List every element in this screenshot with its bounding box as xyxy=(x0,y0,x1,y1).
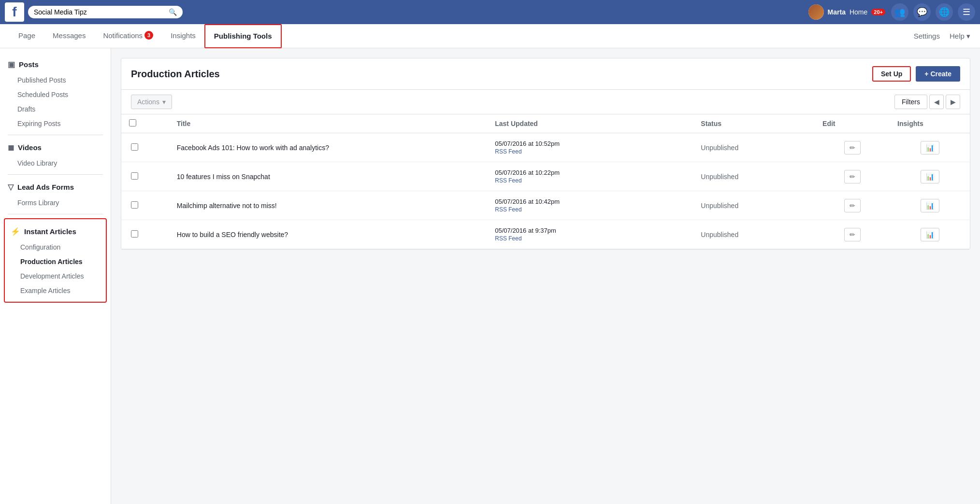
content-area: Production Articles Set Up + Create Acti… xyxy=(111,48,980,504)
table-row: Facebook Ads 101: How to work with ad an… xyxy=(121,133,970,162)
status-badge: Unpublished xyxy=(701,202,738,210)
actions-button[interactable]: Actions ▾ xyxy=(131,95,172,109)
sidebar-section-posts: ▣ Posts Published Posts Scheduled Posts … xyxy=(0,56,111,131)
row-checkbox-cell xyxy=(121,220,169,249)
th-checkbox xyxy=(121,114,169,133)
insights-button-1[interactable]: 📊 xyxy=(921,170,939,183)
nav-settings[interactable]: Settings xyxy=(914,32,940,41)
row-edit-cell: ✏ xyxy=(815,191,890,220)
row-title-cell: How to build a SEO friendly website? xyxy=(169,220,487,249)
insights-button-0[interactable]: 📊 xyxy=(921,141,939,154)
filters-button[interactable]: Filters xyxy=(894,95,927,109)
setup-button[interactable]: Set Up xyxy=(872,66,911,82)
nav-item-messages[interactable]: Messages xyxy=(44,24,94,48)
select-all-checkbox[interactable] xyxy=(129,119,136,126)
user-info: Marta Home 20+ xyxy=(808,4,885,20)
sidebar-item-published-posts[interactable]: Published Posts xyxy=(0,73,111,87)
user-name: Marta xyxy=(828,8,846,16)
insights-button-3[interactable]: 📊 xyxy=(921,228,939,241)
row-insights-cell: 📊 xyxy=(890,133,970,162)
sidebar: ▣ Posts Published Posts Scheduled Posts … xyxy=(0,48,111,504)
sidebar-item-video-library[interactable]: Video Library xyxy=(0,156,111,170)
edit-button-2[interactable]: ✏ xyxy=(844,199,861,212)
article-source: RSS Feed xyxy=(495,177,685,184)
messenger-icon[interactable]: 💬 xyxy=(913,3,931,21)
search-icon: 🔍 xyxy=(169,8,177,16)
th-insights: Insights xyxy=(890,114,970,133)
row-checkbox-0[interactable] xyxy=(131,143,138,151)
row-date-cell: 05/07/2016 at 9:37pm RSS Feed xyxy=(487,220,693,249)
table-row: Mailchimp alternative not to miss! 05/07… xyxy=(121,191,970,220)
sidebar-item-expiring-posts[interactable]: Expiring Posts xyxy=(0,116,111,131)
people-icon[interactable]: 👥 xyxy=(891,3,908,21)
home-notif-count: 20+ xyxy=(871,9,885,15)
row-title-cell: Mailchimp alternative not to miss! xyxy=(169,191,487,220)
articles-toolbar: Actions ▾ Filters ◀ ▶ xyxy=(121,90,970,114)
menu-icon[interactable]: ☰ xyxy=(958,3,975,21)
sidebar-item-production-articles[interactable]: Production Articles xyxy=(5,254,106,269)
row-insights-cell: 📊 xyxy=(890,220,970,249)
insights-button-2[interactable]: 📊 xyxy=(921,199,939,212)
sidebar-divider-2 xyxy=(8,174,103,175)
top-bar: f 🔍 Marta Home 20+ 👥 💬 🌐 ☰ xyxy=(0,0,980,24)
next-arrow[interactable]: ▶ xyxy=(946,95,960,109)
sidebar-item-forms-library[interactable]: Forms Library xyxy=(0,196,111,210)
row-insights-cell: 📊 xyxy=(890,191,970,220)
sidebar-item-configuration[interactable]: Configuration xyxy=(5,240,106,254)
article-date: 05/07/2016 at 10:22pm xyxy=(495,169,685,176)
search-input[interactable] xyxy=(34,8,165,16)
main-layout: ▣ Posts Published Posts Scheduled Posts … xyxy=(0,48,980,504)
search-bar[interactable]: 🔍 xyxy=(28,6,183,18)
nav-item-page[interactable]: Page xyxy=(10,24,44,48)
row-date-cell: 05/07/2016 at 10:22pm RSS Feed xyxy=(487,162,693,191)
nav-help[interactable]: Help ▾ xyxy=(950,32,970,41)
status-badge: Unpublished xyxy=(701,144,738,152)
globe-icon[interactable]: 🌐 xyxy=(936,3,953,21)
videos-icon: ◼ xyxy=(8,143,14,152)
nav-item-insights[interactable]: Insights xyxy=(162,24,204,48)
nav-item-publishing-tools[interactable]: Publishing Tools xyxy=(204,24,282,48)
page-nav-right: Settings Help ▾ xyxy=(914,32,970,41)
article-date: 05/07/2016 at 10:52pm xyxy=(495,140,685,147)
filters-group: Filters ◀ ▶ xyxy=(894,95,960,109)
status-badge: Unpublished xyxy=(701,173,738,181)
sidebar-divider-3 xyxy=(8,214,103,214)
sidebar-item-drafts[interactable]: Drafts xyxy=(0,102,111,116)
th-status: Status xyxy=(693,114,815,133)
row-edit-cell: ✏ xyxy=(815,133,890,162)
row-checkbox-2[interactable] xyxy=(131,201,138,209)
edit-button-0[interactable]: ✏ xyxy=(844,141,861,154)
row-edit-cell: ✏ xyxy=(815,220,890,249)
edit-button-1[interactable]: ✏ xyxy=(844,170,861,183)
table-row: How to build a SEO friendly website? 05/… xyxy=(121,220,970,249)
row-checkbox-cell xyxy=(121,191,169,220)
th-title: Title xyxy=(169,114,487,133)
sidebar-section-header-videos: ◼ Videos xyxy=(0,139,111,156)
home-label: Home xyxy=(850,8,867,16)
nav-item-notifications[interactable]: Notifications 3 xyxy=(94,24,162,48)
sidebar-section-header-lead-ads: ▽ Lead Ads Forms xyxy=(0,179,111,196)
row-date-cell: 05/07/2016 at 10:52pm RSS Feed xyxy=(487,133,693,162)
sidebar-item-example-articles[interactable]: Example Articles xyxy=(5,283,106,298)
row-status-cell: Unpublished xyxy=(693,220,815,249)
sidebar-item-scheduled-posts[interactable]: Scheduled Posts xyxy=(0,87,111,102)
row-checkbox-1[interactable] xyxy=(131,172,138,180)
article-title-text: Mailchimp alternative not to miss! xyxy=(177,202,277,210)
create-button[interactable]: + Create xyxy=(916,66,960,82)
prev-arrow[interactable]: ◀ xyxy=(929,95,944,109)
row-status-cell: Unpublished xyxy=(693,162,815,191)
row-checkbox-cell xyxy=(121,162,169,191)
row-title-cell: 10 features I miss on Snapchat xyxy=(169,162,487,191)
sidebar-item-development-articles[interactable]: Development Articles xyxy=(5,269,106,283)
article-title-text: How to build a SEO friendly website? xyxy=(177,231,288,238)
notifications-badge: 3 xyxy=(144,31,153,40)
articles-header: Production Articles Set Up + Create xyxy=(121,58,970,90)
avatar xyxy=(808,4,824,20)
row-checkbox-3[interactable] xyxy=(131,230,138,238)
sidebar-section-videos: ◼ Videos Video Library xyxy=(0,139,111,170)
article-source: RSS Feed xyxy=(495,206,685,213)
sidebar-section-instant-articles: ⚡ Instant Articles Configuration Product… xyxy=(4,218,107,303)
edit-button-3[interactable]: ✏ xyxy=(844,228,861,241)
row-date-cell: 05/07/2016 at 10:42pm RSS Feed xyxy=(487,191,693,220)
article-title-text: Facebook Ads 101: How to work with ad an… xyxy=(177,144,329,152)
